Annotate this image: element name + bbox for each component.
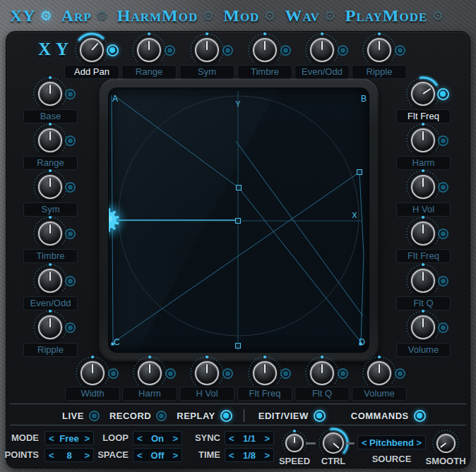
led-dot <box>441 185 446 190</box>
field-value[interactable]: 1/1 <box>234 433 265 444</box>
stepper-left-arrow[interactable]: < <box>362 437 367 448</box>
path-point[interactable] <box>237 186 242 190</box>
led-ripple[interactable] <box>395 45 405 56</box>
transport-record[interactable]: RECORD <box>109 411 167 421</box>
stepper-right-arrow[interactable]: > <box>264 450 270 461</box>
stepper-left-arrow[interactable]: < <box>229 433 234 444</box>
view-edit-view[interactable]: EDIT/VIEW <box>258 410 326 422</box>
path-point[interactable] <box>236 344 241 349</box>
knob-cap <box>411 82 435 106</box>
led-flt-freq[interactable] <box>438 229 448 239</box>
led-flt-freq[interactable] <box>280 368 291 379</box>
led-timbre[interactable] <box>280 45 291 56</box>
label-add-pan[interactable]: Add Pan <box>64 65 119 79</box>
label-flt-q[interactable]: Flt Q <box>294 387 350 401</box>
stepper-left-arrow[interactable]: < <box>137 433 143 444</box>
nav-tab-label: Wav <box>285 6 319 25</box>
field-value[interactable]: On <box>143 433 173 444</box>
led-harm[interactable] <box>165 368 176 379</box>
label-ripple[interactable]: Ripple <box>352 65 407 79</box>
transport-replay[interactable]: REPLAY <box>177 410 232 422</box>
nav-tab-xy[interactable]: XY⚙ <box>10 6 52 25</box>
nav-tab-harmmod[interactable]: HarmMod⚙ <box>117 6 214 25</box>
gear-icon[interactable]: ⚙ <box>40 9 52 23</box>
knob-cap <box>367 38 391 62</box>
field-value[interactable]: Pitchbend <box>367 437 417 448</box>
led-base[interactable] <box>65 89 76 99</box>
led-h-vol[interactable] <box>438 182 448 193</box>
led-volume[interactable] <box>438 322 448 333</box>
nav-tab-wav[interactable]: Wav⚙ <box>285 6 335 25</box>
label-volume[interactable]: Volume <box>352 387 407 401</box>
transport-led[interactable] <box>89 411 100 421</box>
knob-cap <box>436 434 456 453</box>
led-dot <box>68 92 73 97</box>
led-sym[interactable] <box>65 182 76 193</box>
transport-led[interactable] <box>156 411 167 421</box>
led-volume[interactable] <box>395 368 405 379</box>
label-range[interactable]: Range <box>121 65 177 79</box>
gear-icon[interactable]: ⚙ <box>96 9 108 23</box>
nav-tab-arp[interactable]: Arp⚙ <box>61 6 108 25</box>
led-flt-q[interactable] <box>438 276 448 286</box>
label-volume[interactable]: Volume <box>396 343 451 357</box>
stepper-left-arrow[interactable]: < <box>49 450 54 461</box>
xy-pad[interactable]: A B C D Y X <box>108 87 369 353</box>
label-width[interactable]: Width <box>65 387 120 401</box>
led-dot <box>68 325 73 330</box>
label-ripple[interactable]: Ripple <box>23 343 78 357</box>
label-h-vol[interactable]: H Vol <box>179 387 234 401</box>
gear-icon[interactable]: ⚙ <box>202 9 214 23</box>
label-harm[interactable]: Harm <box>122 387 177 401</box>
led-width[interactable] <box>108 368 119 379</box>
stepper-left-arrow[interactable]: < <box>137 450 143 461</box>
gear-icon[interactable]: ⚙ <box>263 9 275 23</box>
led-even-odd[interactable] <box>65 276 76 286</box>
led-flt-freq[interactable] <box>437 88 449 100</box>
stepper-left-arrow[interactable]: < <box>49 433 54 444</box>
stepper-left-arrow[interactable]: < <box>229 450 234 461</box>
stepper-right-arrow[interactable]: > <box>416 437 422 448</box>
nav-tab-playmode[interactable]: PlayMode⚙ <box>345 6 444 25</box>
gear-icon[interactable]: ⚙ <box>324 9 336 23</box>
led-flt-q[interactable] <box>338 368 348 379</box>
field-value[interactable]: Off <box>143 450 173 461</box>
led-dot <box>111 371 116 376</box>
label-sym[interactable]: Sym <box>179 65 234 79</box>
view-led[interactable] <box>314 410 326 422</box>
view-led[interactable] <box>414 410 426 422</box>
path-point[interactable] <box>357 170 362 175</box>
label-timbre[interactable]: Timbre <box>237 65 292 79</box>
transport-led[interactable] <box>220 410 232 422</box>
gear-icon[interactable]: ⚙ <box>432 9 444 23</box>
transport-bar: LIVERECORDREPLAYEDIT/VIEWCOMMANDS <box>62 408 426 423</box>
field-sync[interactable]: <1/1> <box>225 431 274 445</box>
knob-pointer <box>379 364 380 373</box>
nav-tab-mod[interactable]: Mod⚙ <box>223 6 275 25</box>
field-time[interactable]: <1/8> <box>225 448 274 462</box>
transport-label: LIVE <box>62 411 84 421</box>
transport-live[interactable]: LIVE <box>62 411 100 421</box>
led-add-pan[interactable] <box>107 44 119 56</box>
led-ripple[interactable] <box>65 322 76 333</box>
label-even-odd[interactable]: Even/Odd <box>294 65 350 79</box>
led-h-vol[interactable] <box>222 368 233 379</box>
led-sym[interactable] <box>222 45 233 56</box>
led-range[interactable] <box>165 45 175 56</box>
led-even-odd[interactable] <box>338 45 348 56</box>
knob-pointer <box>379 41 380 50</box>
knob-pointer <box>206 364 208 373</box>
field-value[interactable]: 1/8 <box>234 450 265 461</box>
led-range[interactable] <box>65 135 76 146</box>
path-point[interactable] <box>236 219 241 224</box>
field-source[interactable]: <Pitchbend> <box>357 435 426 449</box>
led-dot <box>225 48 230 53</box>
setting-label-points: POINTS <box>0 448 39 462</box>
view-commands[interactable]: COMMANDS <box>351 410 426 422</box>
nav-tab-label: HarmMod <box>117 6 198 25</box>
label-flt-freq[interactable]: Flt Freq <box>237 387 292 401</box>
led-timbre[interactable] <box>65 229 76 239</box>
knob-cap <box>81 361 105 385</box>
stepper-right-arrow[interactable]: > <box>264 433 270 444</box>
led-harm[interactable] <box>438 135 448 146</box>
